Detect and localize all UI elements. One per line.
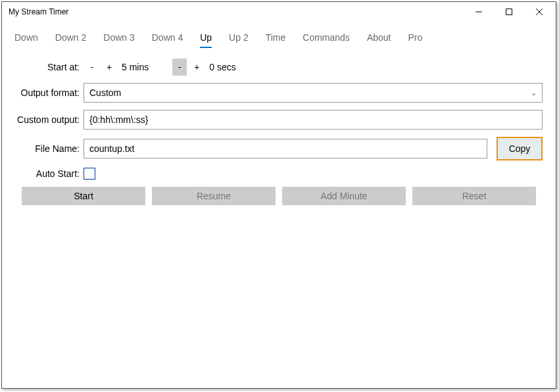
copy-button[interactable]: Copy (497, 137, 543, 160)
auto-start-row: Auto Start: (15, 168, 543, 180)
start-at-label: Start at: (15, 62, 84, 72)
secs-value: 0 secs (205, 62, 239, 72)
tab-pro[interactable]: Pro (399, 27, 431, 49)
tab-down[interactable]: Down (6, 27, 47, 49)
titlebar: My Stream Timer (2, 2, 556, 22)
mins-minus-button[interactable]: - (85, 59, 99, 76)
tab-bar: Down Down 2 Down 3 Down 4 Up Up 2 Time C… (2, 22, 556, 49)
custom-output-row: Custom output: (15, 110, 543, 130)
tab-commands[interactable]: Commands (294, 27, 358, 49)
secs-minus-button[interactable]: - (172, 59, 187, 76)
output-format-select[interactable]: Custom ⌄ (84, 83, 543, 103)
start-at-field: - + 5 mins - + 0 secs (84, 59, 543, 76)
tab-up2[interactable]: Up 2 (220, 27, 257, 49)
output-format-row: Output format: Custom ⌄ (15, 83, 543, 103)
tab-down2[interactable]: Down 2 (47, 27, 95, 49)
reset-button[interactable]: Reset (412, 187, 536, 205)
secs-plus-button[interactable]: + (189, 59, 204, 76)
file-name-row: File Name: Copy (15, 137, 543, 160)
custom-output-input[interactable] (84, 110, 543, 130)
output-format-label: Output format: (15, 87, 84, 98)
window-controls (464, 2, 554, 22)
custom-output-label: Custom output: (15, 114, 84, 125)
secs-stepper: - + 0 secs (171, 59, 239, 76)
chevron-down-icon: ⌄ (531, 89, 537, 97)
mins-stepper: - + 5 mins (84, 59, 153, 76)
action-button-row: Start Resume Add Minute Reset (15, 187, 543, 205)
tab-down4[interactable]: Down 4 (143, 27, 191, 49)
add-minute-button[interactable]: Add Minute (282, 187, 406, 205)
auto-start-checkbox[interactable] (84, 168, 95, 180)
close-button[interactable] (524, 2, 554, 22)
mins-value: 5 mins (118, 62, 153, 72)
svg-rect-1 (506, 9, 512, 15)
start-button[interactable]: Start (22, 187, 145, 205)
start-at-row: Start at: - + 5 mins - + 0 secs (15, 59, 543, 76)
resume-button[interactable]: Resume (152, 187, 276, 205)
maximize-button[interactable] (494, 2, 524, 22)
window-title: My Stream Timer (9, 7, 464, 16)
output-format-value: Custom (89, 87, 121, 98)
tab-up[interactable]: Up (191, 27, 220, 49)
tab-down3[interactable]: Down 3 (95, 27, 143, 49)
tab-time[interactable]: Time (257, 27, 295, 49)
file-name-label: File Name: (15, 143, 84, 154)
minimize-button[interactable] (464, 2, 494, 22)
content-area: Start at: - + 5 mins - + 0 secs Output f… (2, 49, 556, 205)
mins-plus-button[interactable]: + (102, 59, 116, 76)
file-name-input[interactable] (84, 139, 487, 159)
app-window: My Stream Timer Down Down 2 Down 3 Down … (1, 1, 556, 389)
tab-about[interactable]: About (358, 27, 400, 49)
auto-start-label: Auto Start: (15, 168, 84, 179)
